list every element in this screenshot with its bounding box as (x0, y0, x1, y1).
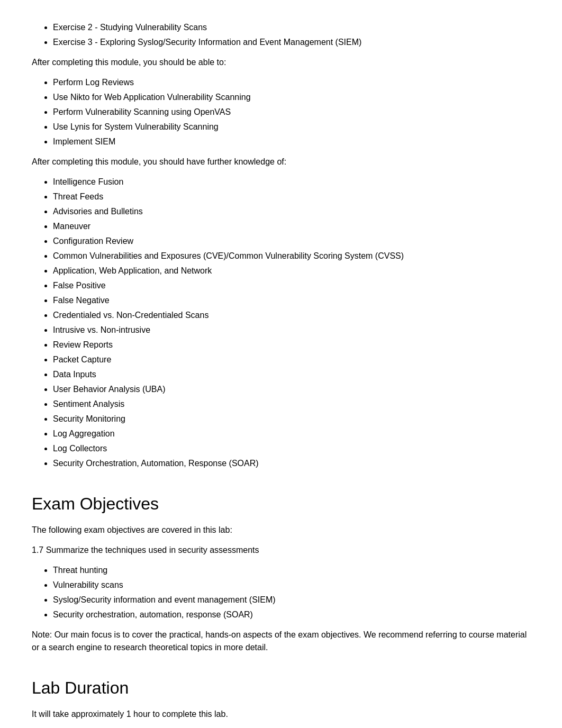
list-item: Syslog/Security information and event ma… (53, 594, 530, 606)
list-item: Sentiment Analysis (53, 398, 530, 411)
lab-duration-heading: Lab Duration (32, 675, 530, 700)
exam-objectives-subheading: 1.7 Summarize the techniques used in sec… (32, 544, 530, 557)
list-item: Use Lynis for System Vulnerability Scann… (53, 121, 530, 133)
exam-objectives-heading: Exam Objectives (32, 491, 530, 516)
list-item: Use Nikto for Web Application Vulnerabil… (53, 91, 530, 104)
list-item: Implement SIEM (53, 135, 530, 148)
list-item: User Behavior Analysis (UBA) (53, 383, 530, 396)
list-item: Threat Feeds (53, 190, 530, 203)
list-item: Intelligence Fusion (53, 176, 530, 188)
list-item: Security orchestration, automation, resp… (53, 608, 530, 621)
list-item: Data Inputs (53, 368, 530, 381)
list-item: Log Aggregation (53, 427, 530, 440)
list-item: Perform Vulnerability Scanning using Ope… (53, 106, 530, 119)
list-item: Security Orchestration, Automation, Resp… (53, 457, 530, 470)
list-item: Intrusive vs. Non-intrusive (53, 324, 530, 336)
knowledge-bullet-list: Intelligence FusionThreat FeedsAdvisorie… (32, 176, 530, 470)
list-item: Exercise 3 - Exploring Syslog/Security I… (53, 36, 530, 49)
list-item: Threat hunting (53, 564, 530, 577)
exam-objectives-bullet-list: Threat huntingVulnerability scansSyslog/… (32, 564, 530, 621)
list-item: Review Reports (53, 339, 530, 351)
list-item: Security Monitoring (53, 413, 530, 425)
list-item: Configuration Review (53, 235, 530, 248)
able-to-bullet-list: Perform Log ReviewsUse Nikto for Web App… (32, 76, 530, 148)
lab-duration-text: It will take approximately 1 hour to com… (32, 708, 530, 721)
intro-bullet-list: Exercise 2 - Studying Vulnerability Scan… (32, 21, 530, 49)
list-item: Application, Web Application, and Networ… (53, 265, 530, 277)
list-item: Log Collectors (53, 442, 530, 455)
list-item: Maneuver (53, 220, 530, 233)
after-completing-paragraph-2: After completing this module, you should… (32, 156, 530, 168)
exam-note: Note: Our main focus is to cover the pra… (32, 629, 530, 654)
list-item: False Negative (53, 294, 530, 307)
after-completing-paragraph-1: After completing this module, you should… (32, 56, 530, 69)
list-item: Perform Log Reviews (53, 76, 530, 89)
exam-objectives-intro: The following exam objectives are covere… (32, 524, 530, 536)
list-item: Exercise 2 - Studying Vulnerability Scan… (53, 21, 530, 34)
list-item: Common Vulnerabilities and Exposures (CV… (53, 250, 530, 262)
list-item: Vulnerability scans (53, 579, 530, 592)
list-item: False Positive (53, 279, 530, 292)
list-item: Packet Capture (53, 353, 530, 366)
list-item: Credentialed vs. Non-Credentialed Scans (53, 309, 530, 322)
list-item: Advisories and Bulletins (53, 205, 530, 218)
